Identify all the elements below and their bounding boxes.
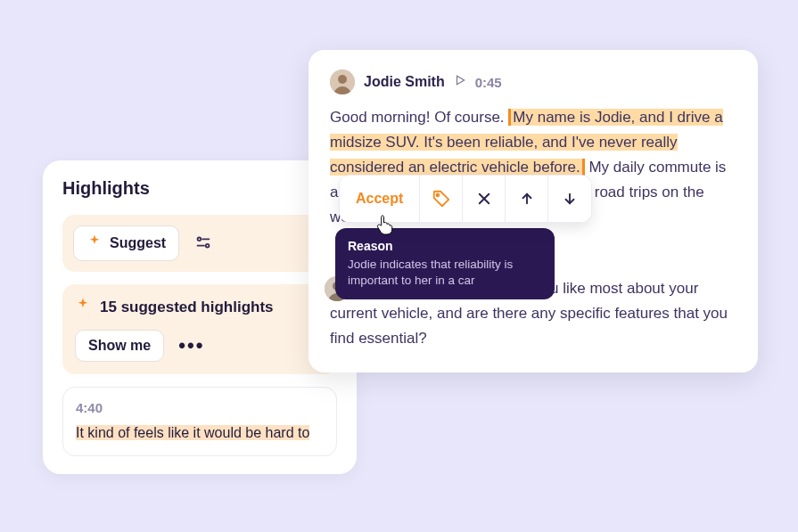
svg-point-9 [436, 194, 439, 197]
suggested-actions: Show me ••• [75, 330, 325, 362]
timestamp: 0:45 [475, 75, 502, 90]
speaker-name: Jodie Smith [364, 74, 445, 90]
suggest-row: Suggest [62, 215, 337, 272]
tag-button[interactable] [420, 176, 463, 222]
suggested-highlights-card: 15 suggested highlights Show me ••• [62, 284, 337, 374]
highlight-entry-time: 4:40 [76, 400, 324, 415]
svg-point-5 [338, 75, 347, 84]
show-me-button[interactable]: Show me [75, 330, 164, 362]
play-icon[interactable] [454, 74, 466, 90]
avatar [330, 70, 355, 94]
next-button[interactable] [548, 176, 591, 222]
svg-point-2 [206, 243, 210, 247]
highlight-entry-text: It kind of feels like it would be hard t… [76, 422, 324, 443]
svg-point-0 [198, 237, 202, 241]
highlights-title: Highlights [62, 178, 337, 199]
highlight-action-toolbar: Accept [339, 175, 592, 223]
suggested-highlights-label: 15 suggested highlights [100, 299, 274, 316]
suggest-button-label: Suggest [110, 235, 166, 251]
previous-button[interactable] [506, 176, 548, 222]
svg-marker-6 [457, 76, 464, 84]
highlight-entry[interactable]: 4:40 It kind of feels like it would be h… [62, 387, 337, 456]
dismiss-button[interactable] [463, 176, 506, 222]
settings-sliders-button[interactable] [188, 227, 218, 260]
reason-tooltip-title: Reason [348, 239, 542, 253]
sparkle-icon [75, 297, 91, 317]
reason-tooltip-body: Jodie indicates that reliability is impo… [348, 257, 542, 289]
speaker-row: Jodie Smith 0:45 [330, 70, 736, 94]
suggested-highlights-heading: 15 suggested highlights [75, 297, 325, 317]
more-options-button[interactable]: ••• [173, 331, 210, 361]
suggest-button[interactable]: Suggest [73, 225, 179, 261]
sparkle-icon [86, 233, 103, 253]
transcript-text-before: Good morning! Of course. [330, 109, 508, 126]
reason-tooltip: Reason Jodie indicates that reliability … [335, 228, 555, 299]
accept-button[interactable]: Accept [340, 176, 420, 222]
